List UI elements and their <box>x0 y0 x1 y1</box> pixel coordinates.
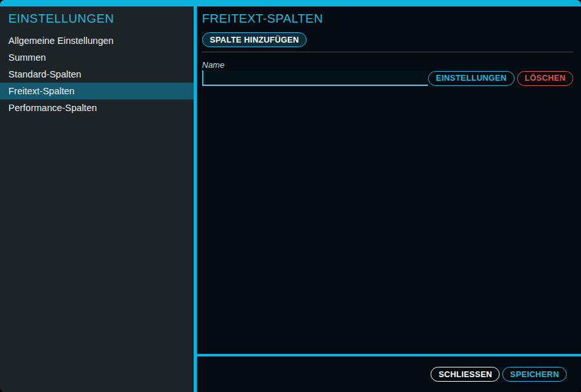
sidebar-item-allgemeine-einstellungen[interactable]: Allgemeine Einstellungen <box>0 32 194 49</box>
save-button[interactable]: SPEICHERN <box>502 367 567 382</box>
name-label: Name <box>202 60 573 70</box>
footer: SCHLIESSEN SPEICHERN <box>197 356 581 392</box>
main-content: FREITEXT-SPALTEN SPALTE HINZUFÜGEN Name … <box>197 6 581 354</box>
close-button[interactable]: SCHLIESSEN <box>431 367 500 382</box>
sidebar-item-summen[interactable]: Summen <box>0 49 194 66</box>
sidebar-item-freitext-spalten[interactable]: Freitext-Spalten <box>0 83 194 99</box>
sidebar-item-performance-spalten[interactable]: Performance-Spalten <box>0 99 194 116</box>
sidebar-item-standard-spalten[interactable]: Standard-Spalten <box>0 66 194 83</box>
main-panel: FREITEXT-SPALTEN SPALTE HINZUFÜGEN Name … <box>197 6 581 392</box>
content-divider <box>202 52 573 52</box>
sidebar-nav: Allgemeine Einstellungen Summen Standard… <box>0 32 194 116</box>
column-delete-button[interactable]: LÖSCHEN <box>517 71 573 86</box>
name-input[interactable] <box>202 70 428 86</box>
settings-window: EINSTELLUNGEN Allgemeine Einstellungen S… <box>0 0 581 392</box>
top-accent-bar <box>0 0 581 6</box>
page-title: FREITEXT-SPALTEN <box>202 12 573 26</box>
column-row: EINSTELLUNGEN LÖSCHEN <box>202 70 573 86</box>
column-settings-button[interactable]: EINSTELLUNGEN <box>428 71 514 86</box>
sidebar: EINSTELLUNGEN Allgemeine Einstellungen S… <box>0 6 194 392</box>
sidebar-title: EINSTELLUNGEN <box>0 12 194 26</box>
column-row-buttons: EINSTELLUNGEN LÖSCHEN <box>428 71 573 86</box>
content-row: EINSTELLUNGEN Allgemeine Einstellungen S… <box>0 6 581 392</box>
add-column-button[interactable]: SPALTE HINZUFÜGEN <box>202 32 307 47</box>
